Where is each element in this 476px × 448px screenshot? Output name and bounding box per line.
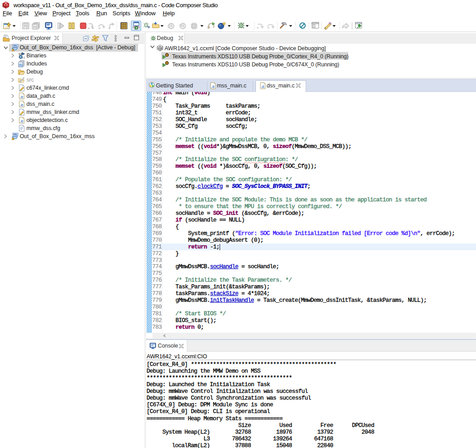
svg-text:.c: .c: [20, 119, 24, 123]
svg-text:.c: .c: [20, 95, 24, 99]
svg-text:h: h: [20, 63, 22, 67]
svg-text:RTSC: RTSC: [13, 133, 18, 136]
svg-text:.c: .c: [212, 84, 215, 89]
svg-text:.c: .c: [20, 103, 24, 107]
svg-text:RTSC: RTSC: [13, 44, 18, 47]
svg-text:.c: .c: [261, 84, 265, 89]
